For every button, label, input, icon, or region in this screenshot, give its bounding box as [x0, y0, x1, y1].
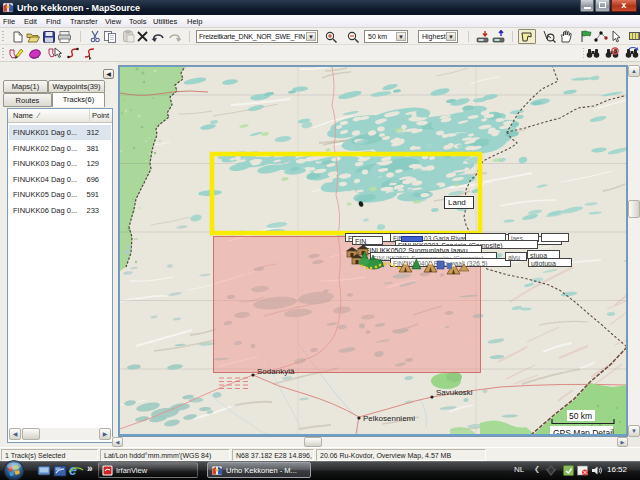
svg-text:Pelkosenniemi: Pelkosenniemi: [363, 414, 415, 423]
svg-text:Sodankylä: Sodankylä: [257, 367, 295, 376]
svg-text:50 km: 50 km: [569, 411, 592, 421]
svg-text:GPS Map Detail: GPS Map Detail: [553, 428, 614, 434]
svg-text:Savukoski: Savukoski: [436, 388, 473, 397]
